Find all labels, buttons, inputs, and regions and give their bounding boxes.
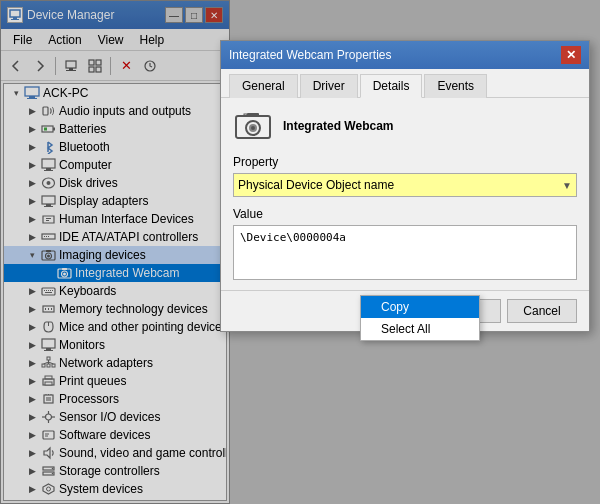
svg-rect-92 — [247, 113, 259, 117]
value-text: \Device\0000004a — [240, 231, 346, 244]
value-box: \Device\0000004a — [233, 225, 577, 280]
dialog-title-text: Integrated Webcam Properties — [229, 48, 561, 62]
tab-driver[interactable]: Driver — [300, 74, 358, 98]
property-dropdown[interactable]: Physical Device Object name ▼ — [233, 173, 577, 197]
properties-dialog: Integrated Webcam Properties ✕ General D… — [220, 40, 590, 332]
dialog-body: Integrated Webcam Property Physical Devi… — [221, 98, 589, 290]
dialog-tabs: General Driver Details Events — [221, 69, 589, 98]
webcam-large-icon — [234, 110, 272, 142]
context-copy[interactable]: Copy — [361, 296, 479, 318]
cancel-button[interactable]: Cancel — [507, 299, 577, 323]
property-dropdown-value: Physical Device Object name — [238, 178, 394, 192]
tab-details[interactable]: Details — [360, 74, 423, 98]
value-label: Value — [233, 207, 577, 221]
tab-events[interactable]: Events — [424, 74, 487, 98]
dialog-close-btn[interactable]: ✕ — [561, 46, 581, 64]
dialog-title-bar: Integrated Webcam Properties ✕ — [221, 41, 589, 69]
context-select-all[interactable]: Select All — [361, 318, 479, 340]
device-icon-box — [233, 108, 273, 143]
device-name-text: Integrated Webcam — [283, 119, 393, 133]
property-label: Property — [233, 155, 577, 169]
tab-general[interactable]: General — [229, 74, 298, 98]
device-header: Integrated Webcam — [233, 108, 577, 143]
chevron-down-icon: ▼ — [562, 180, 572, 191]
context-menu: Copy Select All — [360, 295, 480, 341]
svg-point-91 — [251, 126, 255, 130]
